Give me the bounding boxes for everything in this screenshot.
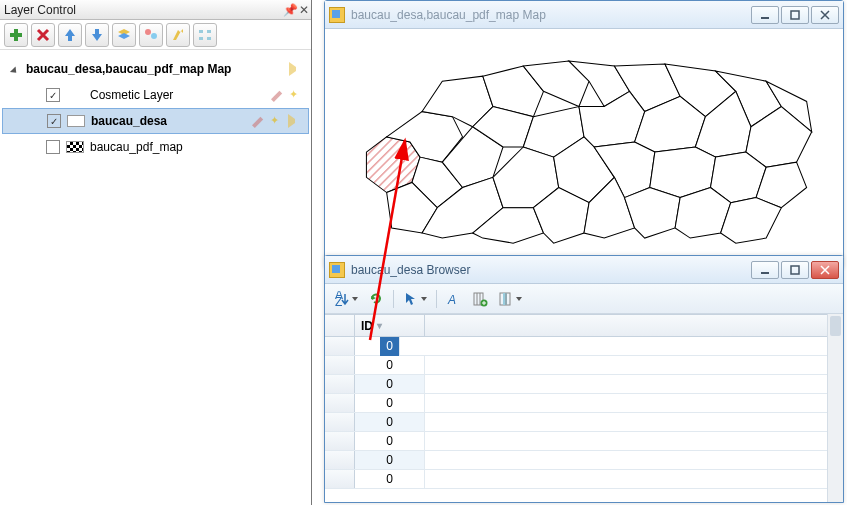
cell-selected[interactable]: 0: [380, 337, 400, 356]
row-header[interactable]: [325, 394, 355, 412]
map-canvas[interactable]: [331, 33, 837, 261]
table-row[interactable]: 0: [325, 337, 827, 356]
cell[interactable]: 0: [355, 413, 425, 431]
expander-icon[interactable]: [12, 64, 22, 74]
row-header[interactable]: [325, 432, 355, 450]
layer-control-header: Layer Control 📌 ✕: [0, 0, 311, 20]
row-header[interactable]: [325, 470, 355, 488]
vertical-scrollbar[interactable]: [827, 314, 843, 502]
scrollbar-thumb[interactable]: [830, 316, 841, 336]
layer-tree-root[interactable]: baucau_desa,baucau_pdf_map Map: [2, 56, 309, 82]
layer-stack-button[interactable]: [112, 23, 136, 47]
select-tool-button[interactable]: [400, 288, 430, 310]
browser-toolbar: AZ A: [325, 284, 843, 314]
row-header[interactable]: [325, 375, 355, 393]
table-row[interactable]: 0: [325, 375, 827, 394]
svg-rect-6: [207, 30, 211, 33]
row-header[interactable]: [325, 337, 355, 355]
filter-icon[interactable]: ▾: [377, 320, 382, 331]
svg-rect-4: [199, 30, 203, 33]
svg-rect-1: [10, 33, 22, 37]
root-label: baucau_desa,baucau_pdf_map Map: [26, 62, 289, 76]
label-icon[interactable]: ✦: [270, 114, 284, 128]
row-header-corner[interactable]: [325, 315, 355, 336]
remove-layer-button[interactable]: [31, 23, 55, 47]
row-header[interactable]: [325, 356, 355, 374]
tag-icon[interactable]: [288, 114, 302, 128]
grid-header: ID ▾: [325, 315, 827, 337]
svg-rect-8: [761, 17, 769, 19]
layer-misc-button[interactable]: [193, 23, 217, 47]
pin-icon[interactable]: 📌: [283, 3, 297, 17]
maximize-button[interactable]: [781, 6, 809, 24]
column-header-id[interactable]: ID ▾: [355, 315, 425, 336]
table-row[interactable]: 0: [325, 413, 827, 432]
sort-button[interactable]: AZ: [331, 288, 361, 310]
browser-window-icon: [329, 262, 345, 278]
chevron-down-icon: [352, 297, 358, 301]
svg-rect-13: [791, 266, 799, 274]
pick-columns-button[interactable]: [495, 288, 525, 310]
cell[interactable]: 0: [355, 394, 425, 412]
minimize-button[interactable]: [751, 261, 779, 279]
row-header[interactable]: [325, 451, 355, 469]
chevron-down-icon: [516, 297, 522, 301]
layer-label: Cosmetic Layer: [90, 88, 271, 102]
cell[interactable]: 0: [355, 356, 425, 374]
layer-row-baucau-desa[interactable]: baucau_desa ✦: [2, 108, 309, 134]
svg-rect-5: [199, 37, 203, 40]
svg-text:Z: Z: [335, 295, 342, 307]
svg-rect-9: [791, 11, 799, 19]
svg-point-3: [151, 33, 157, 39]
style-swatch[interactable]: [66, 141, 84, 153]
row-header[interactable]: [325, 413, 355, 431]
close-button[interactable]: [811, 261, 839, 279]
layer-control-panel: Layer Control 📌 ✕ baucau_desa,baucau_pdf…: [0, 0, 312, 505]
svg-text:A: A: [447, 293, 456, 307]
edit-icon[interactable]: [252, 114, 266, 128]
table-row[interactable]: 0: [325, 451, 827, 470]
move-down-button[interactable]: [85, 23, 109, 47]
table-row[interactable]: 0: [325, 432, 827, 451]
browser-window-titlebar[interactable]: baucau_desa Browser: [325, 256, 843, 284]
label-icon[interactable]: ✦: [289, 88, 303, 102]
font-button[interactable]: A: [443, 288, 465, 310]
layer-hotlink-button[interactable]: [166, 23, 190, 47]
cell[interactable]: 0: [355, 451, 425, 469]
layer-row-baucau-pdf-map[interactable]: baucau_pdf_map: [2, 134, 309, 160]
style-swatch[interactable]: [67, 115, 85, 127]
close-button[interactable]: [811, 6, 839, 24]
column-header-label: ID: [361, 319, 373, 333]
layer-row-cosmetic[interactable]: Cosmetic Layer ✦: [2, 82, 309, 108]
maximize-button[interactable]: [781, 261, 809, 279]
layer-control-toolbar: [0, 20, 311, 50]
browser-window-title: baucau_desa Browser: [351, 263, 751, 277]
browser-window: baucau_desa Browser AZ A ID ▾ 0: [324, 255, 844, 503]
svg-point-2: [145, 29, 151, 35]
move-up-button[interactable]: [58, 23, 82, 47]
map-window: baucau_desa,baucau_pdf_map Map: [324, 0, 844, 268]
grid-body: 0 0 0 0 0 0 0 0: [325, 337, 827, 489]
map-polygons: [331, 33, 837, 261]
refresh-button[interactable]: [365, 288, 387, 310]
layer-tree: baucau_desa,baucau_pdf_map Map Cosmetic …: [0, 50, 311, 166]
cell[interactable]: 0: [355, 470, 425, 488]
cell[interactable]: 0: [355, 375, 425, 393]
map-window-titlebar[interactable]: baucau_desa,baucau_pdf_map Map: [325, 1, 843, 29]
layer-style-button[interactable]: [139, 23, 163, 47]
edit-icon[interactable]: [271, 88, 285, 102]
visibility-checkbox[interactable]: [46, 88, 60, 102]
chevron-down-icon: [421, 297, 427, 301]
close-icon[interactable]: ✕: [297, 3, 311, 17]
add-layer-button[interactable]: [4, 23, 28, 47]
table-row[interactable]: 0: [325, 394, 827, 413]
table-row[interactable]: 0: [325, 356, 827, 375]
visibility-checkbox[interactable]: [46, 140, 60, 154]
data-grid: ID ▾ 0 0 0 0 0 0 0 0: [325, 314, 827, 502]
cell[interactable]: 0: [355, 432, 425, 450]
add-column-button[interactable]: [469, 288, 491, 310]
table-row[interactable]: 0: [325, 470, 827, 489]
minimize-button[interactable]: [751, 6, 779, 24]
visibility-checkbox[interactable]: [47, 114, 61, 128]
map-window-title: baucau_desa,baucau_pdf_map Map: [351, 8, 751, 22]
